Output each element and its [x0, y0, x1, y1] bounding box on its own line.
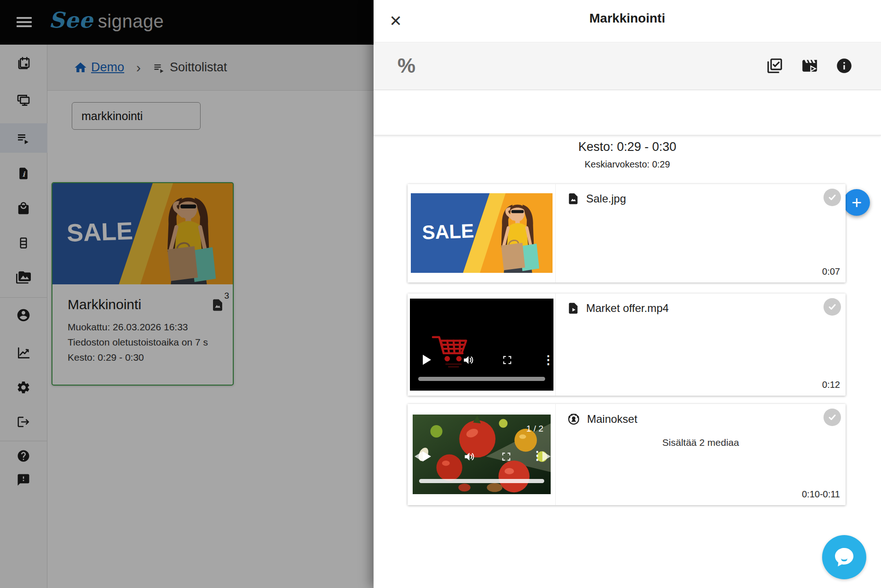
media-name: Mainokset [587, 413, 637, 426]
video-menu-icon[interactable]: ⋮ [531, 450, 543, 461]
drawer-action-bar: PERUUTA TALLENNA + [374, 90, 881, 135]
video-progress-bar[interactable] [418, 377, 545, 381]
check-icon [827, 301, 838, 312]
percent-icon[interactable]: % [397, 54, 415, 77]
add-media-button[interactable]: + [843, 189, 870, 216]
media-duration: 0:07 [822, 266, 840, 277]
play-icon[interactable] [423, 355, 431, 365]
media-thumbnail-cell: 1 / 2 ⋮ [408, 404, 556, 505]
fullscreen-icon[interactable] [501, 451, 512, 462]
media-name-row: Sale.jpg [567, 192, 626, 205]
image-file-icon [567, 192, 580, 205]
media-duration: 0:12 [822, 380, 840, 390]
average-duration: Keskiarvokesto: 0:29 [374, 159, 881, 170]
chat-widget-button[interactable] [822, 535, 866, 579]
fullscreen-icon[interactable] [502, 355, 512, 365]
drawer-title: Markkinointi [374, 11, 881, 26]
carousel-next-icon[interactable] [542, 451, 551, 461]
volume-icon[interactable] [462, 354, 475, 366]
video-player-thumbnail: ⋮ [410, 299, 553, 391]
select-media-icon[interactable] [766, 57, 783, 75]
media-row-market-offer[interactable]: ⋮ Market offer.mp4 0:12 [408, 294, 846, 396]
media-row-mainokset[interactable]: 1 / 2 ⋮ Mainokset Sisältää 2 mediaa 0:10… [408, 404, 846, 505]
video-file-icon [567, 302, 580, 315]
movie-icon[interactable] [801, 57, 818, 75]
media-name: Sale.jpg [586, 192, 626, 205]
select-check-toggle[interactable] [823, 298, 841, 316]
volume-icon[interactable] [463, 450, 476, 463]
media-name-row: Market offer.mp4 [567, 302, 669, 315]
info-icon[interactable] [835, 57, 853, 75]
media-row-sale-jpg[interactable]: Sale.jpg 0:07 [408, 184, 846, 282]
video-menu-icon[interactable]: ⋮ [542, 354, 553, 366]
media-duration: 0:10-0:11 [802, 489, 840, 500]
media-thumbnail-cell: ⋮ [408, 294, 556, 396]
select-check-toggle[interactable] [823, 189, 841, 206]
carousel-prev-icon[interactable] [415, 451, 423, 461]
check-icon [827, 412, 838, 423]
check-icon [827, 192, 838, 203]
select-check-toggle[interactable] [823, 409, 841, 426]
media-group-subtitle: Sisältää 2 mediaa [556, 437, 846, 448]
media-thumbnail-cell [408, 184, 556, 282]
drawer-toolbar: % [374, 42, 881, 90]
duration-summary: Kesto: 0:29 - 0:30 [374, 140, 881, 154]
group-player-thumbnail: 1 / 2 ⋮ [413, 415, 551, 494]
chat-bubble-icon [829, 542, 859, 572]
media-name-row: Mainokset [567, 412, 637, 426]
playlist-editor-drawer: ✕ Markkinointi % PERUUTA TALLENNA + Kest… [374, 0, 881, 588]
app-root: See signage Demo › Soittolistat [0, 0, 881, 588]
carousel-page-indicator: 1 / 2 [526, 424, 543, 434]
media-group-icon [567, 412, 581, 426]
drawer-header: ✕ Markkinointi [374, 0, 881, 42]
play-icon[interactable] [423, 451, 431, 461]
video-progress-bar[interactable] [419, 479, 544, 483]
sale-jpg-thumbnail [411, 193, 553, 273]
media-name: Market offer.mp4 [586, 302, 669, 315]
